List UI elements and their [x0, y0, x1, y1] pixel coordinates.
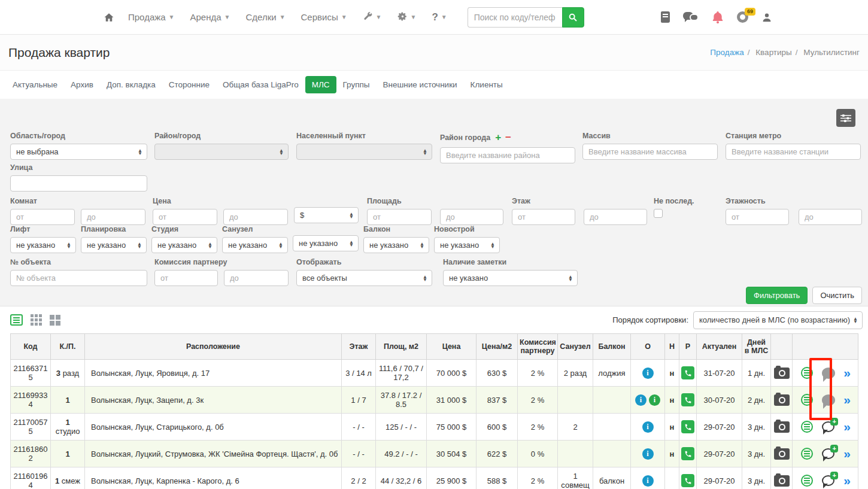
chat-icon[interactable] — [822, 367, 835, 379]
messages-icon[interactable] — [683, 11, 699, 23]
price-to-input[interactable] — [223, 209, 288, 225]
profile-icon[interactable] — [761, 12, 772, 23]
tab-группы[interactable]: Группы — [336, 76, 377, 93]
home-icon[interactable] — [103, 12, 115, 23]
chat-add-icon[interactable]: + — [822, 448, 834, 459]
area-to-input[interactable] — [440, 209, 503, 225]
list-circle-icon[interactable] — [801, 394, 813, 406]
breadcrumb-sale[interactable]: Продажа — [710, 48, 743, 57]
grid-small-view-icon[interactable] — [31, 314, 42, 326]
floor-from-input[interactable] — [512, 209, 575, 225]
display-select[interactable]: все объекты▲▼ — [296, 270, 432, 286]
chat-add-icon[interactable]: + — [822, 475, 834, 486]
filter-settings-button[interactable] — [836, 109, 855, 127]
object-id-input[interactable] — [10, 270, 147, 286]
info-icon[interactable]: i — [642, 448, 654, 460]
elevator-select[interactable]: не указано▲▼ — [10, 237, 76, 253]
info-icon[interactable]: i — [642, 367, 654, 379]
cell-location[interactable]: Волынская, Луцк, Зацепи, д. 3к — [85, 387, 342, 414]
region-select[interactable]: не выбрана▲▼ — [10, 144, 147, 160]
floor-to-input[interactable] — [584, 209, 647, 225]
camera-icon[interactable] — [774, 448, 790, 460]
commission-to-input[interactable] — [224, 270, 289, 286]
new-building-select[interactable]: не указано▲▼ — [434, 237, 500, 253]
journal-icon[interactable] — [661, 11, 670, 23]
tab-внешние-источники[interactable]: Внешние источники — [377, 76, 464, 93]
menu-deals[interactable]: Сделки▼ — [246, 12, 286, 22]
camera-icon[interactable] — [774, 394, 790, 406]
open-details-arrow[interactable]: » — [843, 475, 851, 486]
info-icon[interactable]: i — [649, 394, 660, 406]
price-from-input[interactable] — [153, 209, 217, 225]
area-from-input[interactable] — [367, 209, 432, 225]
chat-icon[interactable] — [822, 394, 835, 406]
phone-icon[interactable] — [681, 474, 694, 487]
list-circle-icon[interactable] — [801, 367, 813, 379]
bathroom-count-select[interactable]: не указано▲▼ — [293, 235, 359, 251]
clear-button[interactable]: Очистить — [812, 287, 862, 304]
tab-актуальные[interactable]: Актуальные — [6, 76, 64, 93]
menu-services[interactable]: Сервисы▼ — [301, 12, 347, 22]
updates-counter-icon[interactable]: 69 — [737, 11, 748, 23]
chat-add-icon[interactable]: + — [822, 421, 834, 432]
commission-from-input[interactable] — [154, 270, 218, 286]
cell-location[interactable]: Волынская, Луцк, Старицького, д. 0б — [85, 414, 342, 441]
search-button[interactable] — [562, 7, 584, 28]
cell-location[interactable]: Волынская, Луцк, Карпенка - Карого, д. 6 — [85, 467, 342, 489]
help-menu[interactable]: ? ▼ — [432, 11, 447, 23]
filter-button[interactable]: Фильтровать — [746, 287, 808, 304]
list-circle-icon[interactable] — [801, 421, 813, 433]
phone-icon[interactable] — [681, 393, 694, 406]
settlement-select[interactable]: ▲▼ — [296, 144, 432, 160]
rooms-from-input[interactable] — [10, 209, 75, 225]
floors-total-from-input[interactable] — [726, 209, 789, 225]
city-district-input[interactable] — [440, 147, 575, 163]
balcony-select[interactable]: не указано▲▼ — [363, 237, 429, 253]
open-details-arrow[interactable]: » — [843, 367, 851, 378]
tab-архив[interactable]: Архив — [64, 76, 100, 93]
tab-общая-база-ligapro[interactable]: Общая база LigaPro — [216, 76, 305, 93]
floors-total-to-input[interactable] — [799, 209, 862, 225]
phone-icon[interactable] — [681, 420, 694, 433]
cell-location[interactable]: Волынская, Луцк, Яровиця, д. 17 — [85, 360, 342, 387]
note-select[interactable]: не указано▲▼ — [443, 270, 578, 286]
metro-input[interactable] — [726, 144, 861, 160]
add-district-icon[interactable]: + — [495, 132, 501, 144]
list-circle-icon[interactable] — [801, 475, 813, 487]
menu-sale[interactable]: Продажа▼ — [128, 12, 175, 22]
open-details-arrow[interactable]: » — [843, 448, 851, 459]
list-view-icon[interactable] — [10, 314, 23, 326]
search-input[interactable] — [468, 7, 562, 28]
rooms-to-input[interactable] — [81, 209, 145, 225]
sort-select[interactable]: количество дней в МЛС (по возрастанию)▲▼ — [693, 311, 863, 329]
notifications-bell-icon[interactable] — [712, 11, 724, 24]
not-last-checkbox[interactable] — [654, 209, 663, 218]
grid-large-view-icon[interactable] — [50, 315, 60, 326]
tab-млс[interactable]: МЛС — [305, 76, 336, 93]
bathroom-select[interactable]: не указано▲▼ — [222, 237, 288, 253]
tab-клиенты[interactable]: Клиенты — [464, 76, 509, 93]
studio-select[interactable]: не указано▲▼ — [151, 237, 217, 253]
info-icon[interactable]: i — [642, 475, 654, 487]
currency-select[interactable]: $▲▼ — [294, 207, 359, 223]
list-circle-icon[interactable] — [801, 448, 813, 460]
tab-сторонние[interactable]: Сторонние — [162, 76, 216, 93]
settings-menu[interactable]: ▼ — [397, 11, 417, 23]
open-details-arrow[interactable]: » — [843, 394, 851, 405]
cell-location[interactable]: Волынская, Луцкий, Струмовка, ЖК 'Сімейн… — [85, 441, 342, 467]
info-icon[interactable]: i — [635, 394, 647, 406]
camera-icon[interactable] — [774, 475, 790, 487]
info-icon[interactable]: i — [642, 421, 654, 433]
remove-district-icon[interactable]: − — [505, 132, 511, 144]
street-input[interactable] — [10, 175, 147, 192]
tools-menu[interactable]: ▼ — [363, 11, 382, 23]
massiv-input[interactable] — [582, 144, 718, 160]
tab-доп-вкладка[interactable]: Доп. вкладка — [100, 76, 162, 93]
phone-icon[interactable] — [681, 366, 694, 379]
camera-icon[interactable] — [774, 421, 790, 433]
layout-select[interactable]: не указано▲▼ — [81, 237, 147, 253]
open-details-arrow[interactable]: » — [843, 421, 851, 432]
district-select[interactable]: ▲▼ — [154, 144, 289, 160]
camera-icon[interactable] — [774, 367, 790, 379]
phone-icon[interactable] — [681, 447, 694, 460]
